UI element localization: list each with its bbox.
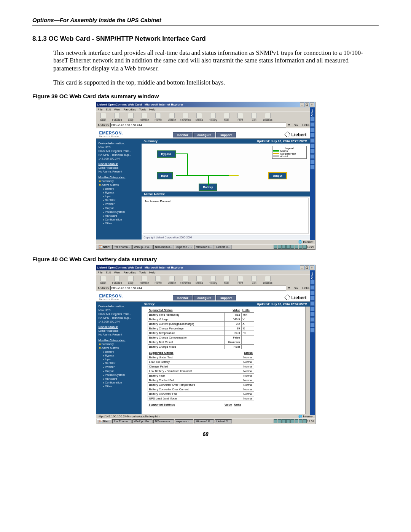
toolbar-media-button[interactable]: Media [194,113,205,121]
office-icon[interactable] [310,285,315,290]
tray-icon[interactable] [299,245,303,249]
close-button[interactable]: × [310,265,314,270]
menu-favorites[interactable]: Favorites [123,108,136,111]
address-input[interactable]: http://142.100.150.244 [110,123,286,128]
toolbar-history-button[interactable]: History [207,276,219,284]
taskbar-task[interactable]: expense - ... [175,419,193,423]
toolbar-edit-button[interactable]: Edit [249,113,260,121]
sidebar-item-other[interactable]: Other [99,385,139,388]
tray-icon[interactable] [303,419,307,423]
tab-support[interactable]: support [216,295,236,300]
tab-configure[interactable]: configure [193,132,215,137]
office-icon[interactable] [310,323,315,327]
office-icon[interactable] [310,328,315,332]
menu-edit[interactable]: Edit [105,271,111,274]
toolbar-discuss-button[interactable]: Discuss [262,113,274,121]
dropdown-icon[interactable]: ▼ [288,123,291,127]
toolbar-print-button[interactable]: Print [235,113,246,121]
menu-favorites[interactable]: Favorites [123,271,136,274]
maximize-button[interactable]: ▢ [305,265,309,270]
taskbar-task[interactable]: Per Thoma... [112,419,132,423]
toolbar-favorites-button[interactable]: Favorites [180,113,191,121]
toolbar-back-button[interactable]: Back [98,113,109,121]
office-icon[interactable] [310,312,315,316]
tray-icon[interactable] [286,245,290,249]
tab-monitor[interactable]: monitor [173,295,193,300]
start-button[interactable]: 🪟 Start [97,245,112,249]
office-icon[interactable] [310,154,315,159]
office-icon[interactable] [310,138,315,143]
taskbar-task[interactable]: Liebert O... [215,245,232,249]
sidebar-item-input[interactable]: Input [99,358,139,361]
office-icon[interactable] [310,317,315,322]
office-icon[interactable] [310,296,315,300]
sidebar-item-output[interactable]: Output [99,369,139,373]
toolbar-mail-button[interactable]: Mail [221,276,233,284]
tray-icon[interactable] [290,245,294,249]
office-icon[interactable] [310,133,315,137]
sidebar-item-other[interactable]: Other [99,222,139,225]
office-icon[interactable] [310,307,315,311]
office-icon[interactable] [310,280,315,284]
office-icon[interactable] [310,149,315,153]
sidebar-item-bypass[interactable]: Bypass [99,191,139,195]
menu-view[interactable]: View [114,271,120,274]
menu-tools[interactable]: Tools [139,108,146,111]
sidebar-item-active-alarms[interactable]: Active Alarms [99,346,139,350]
input-node[interactable]: Input [157,172,173,179]
toolbar-home-button[interactable]: Home [153,276,164,284]
toolbar-stop-button[interactable]: Stop [125,276,137,284]
taskbar-task[interactable]: NXa manua... [153,245,174,249]
tray-icon[interactable] [299,419,303,423]
sidebar-item-input[interactable]: Input [99,195,139,198]
tab-configure[interactable]: configure [193,295,215,300]
tray-icon[interactable] [274,245,277,249]
toolbar-media-button[interactable]: Media [194,276,205,284]
sidebar-item-parallel-system[interactable]: Parallel System [99,210,139,214]
minimize-button[interactable]: _ [300,102,304,107]
sidebar-item-summary[interactable]: Summary [99,179,139,183]
sidebar-item-summary[interactable]: Summary [99,342,139,346]
office-icon[interactable] [310,165,315,169]
tab-monitor[interactable]: monitor [173,132,193,137]
toolbar-stop-button[interactable]: Stop [125,113,137,121]
sidebar-item-output[interactable]: Output [99,206,139,210]
close-button[interactable]: × [310,102,314,107]
toolbar-refresh-button[interactable]: Refresh [139,276,150,284]
start-button[interactable]: 🪟 Start [97,419,112,423]
toolbar-forward-button[interactable]: Forward [112,113,123,121]
office-icon[interactable] [310,117,315,121]
tray-icon[interactable] [303,245,307,249]
sidebar-item-configuration[interactable]: Configuration [99,381,139,385]
taskbar-task[interactable]: Per Thoma... [112,245,132,249]
tab-support[interactable]: support [216,132,236,137]
taskbar-task[interactable]: WinZip - Po... [132,245,153,249]
taskbar-task[interactable]: expense - ... [175,245,193,249]
sidebar-item-inverter[interactable]: Inverter [99,202,139,206]
toolbar-search-button[interactable]: Search [166,276,178,284]
menu-file[interactable]: File [98,108,103,111]
office-icon[interactable] [310,128,315,132]
tray-icon[interactable] [278,419,282,423]
sidebar-item-battery[interactable]: Battery [99,350,139,354]
tray-icon[interactable] [274,419,277,423]
bypass-node[interactable]: Bypass [157,150,176,158]
tray-icon[interactable] [295,419,298,423]
taskbar-task[interactable]: Liebert O... [215,419,232,423]
office-icon[interactable] [310,144,315,148]
maximize-button[interactable]: ▢ [305,102,309,107]
sidebar-item-rectifier[interactable]: Rectifier [99,361,139,365]
menu-view[interactable]: View [114,108,120,111]
sidebar-item-hardware[interactable]: Hardware [99,214,139,218]
sidebar-item-active-alarms[interactable]: Active Alarms [99,183,139,187]
toolbar-history-button[interactable]: History [207,113,219,121]
toolbar-forward-button[interactable]: Forward [112,276,123,284]
taskbar-task[interactable]: Microsoft E... [194,419,214,423]
sidebar-item-rectifier[interactable]: Rectifier [99,198,139,202]
go-button[interactable]: Go [292,123,299,127]
sidebar-item-configuration[interactable]: Configuration [99,218,139,222]
tray-icon[interactable] [295,245,298,249]
menu-edit[interactable]: Edit [105,108,111,111]
toolbar-favorites-button[interactable]: Favorites [180,276,191,284]
toolbar-back-button[interactable]: Back [98,276,109,284]
